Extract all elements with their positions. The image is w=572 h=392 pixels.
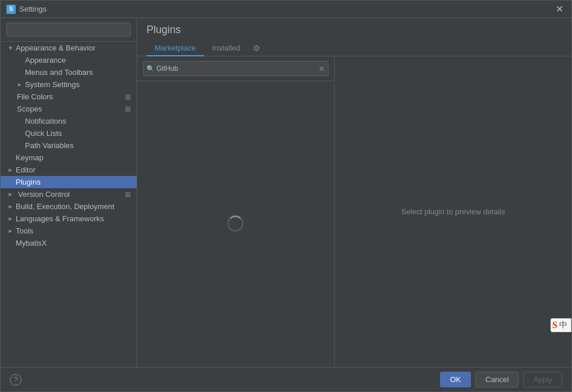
page-title: Plugins bbox=[146, 24, 562, 36]
sidebar-search-box: 🔍 bbox=[1, 18, 137, 42]
vc-icon: ⊞ bbox=[125, 190, 131, 199]
sidebar-item-plugins[interactable]: Plugins bbox=[1, 176, 137, 188]
split-panel: 🔍 ✕ Select plugin to preview details bbox=[137, 56, 571, 367]
close-button[interactable]: ✕ bbox=[553, 3, 566, 15]
plugin-search-wrapper: 🔍 ✕ bbox=[137, 56, 334, 81]
ok-button[interactable]: OK bbox=[440, 372, 471, 387]
content-area: Plugins Marketplace Installed ⚙ 🔍 bbox=[137, 18, 571, 367]
loading-area bbox=[137, 81, 334, 367]
sidebar-item-version-control[interactable]: ► Version Control ⊞ bbox=[1, 188, 137, 200]
sidebar-item-tools[interactable]: ► Tools bbox=[1, 225, 137, 237]
sidebar-item-build-execution[interactable]: ► Build, Execution, Deployment bbox=[1, 200, 137, 213]
bottom-right: OK Cancel Apply bbox=[440, 372, 562, 387]
sidebar-item-mybatisx[interactable]: MybatisX bbox=[1, 237, 137, 249]
sidebar-item-appearance-behavior[interactable]: ▼ Appearance & Behavior bbox=[1, 42, 137, 54]
scopes-icon: ⊞ bbox=[125, 105, 131, 113]
sidebar-item-notifications[interactable]: Notifications bbox=[1, 115, 137, 127]
bottom-left: ? bbox=[10, 374, 22, 386]
arrow-icon: ▼ bbox=[8, 45, 13, 51]
sidebar-item-quick-lists[interactable]: Quick Lists bbox=[1, 127, 137, 139]
sogou-s-icon: S bbox=[552, 320, 557, 330]
sidebar-item-editor[interactable]: ► Editor bbox=[1, 164, 137, 176]
gear-button[interactable]: ⚙ bbox=[248, 41, 265, 56]
sidebar: 🔍 ▼ Appearance & Behavior Appearance Men… bbox=[1, 18, 137, 367]
sidebar-search-wrapper: 🔍 bbox=[6, 23, 131, 37]
sogou-zh-icon: 中 bbox=[559, 320, 567, 330]
sidebar-item-menus-toolbars[interactable]: Menus and Toolbars bbox=[1, 66, 137, 78]
settings-window: S Settings ✕ 🔍 ▼ Appearance & Behavior A… bbox=[0, 0, 572, 392]
sidebar-item-file-colors[interactable]: File Colors ⊞ bbox=[1, 91, 137, 103]
tabs-bar: Marketplace Installed ⚙ bbox=[146, 41, 562, 56]
plugin-search-clear-icon[interactable]: ✕ bbox=[319, 64, 325, 73]
cancel-button[interactable]: Cancel bbox=[476, 372, 519, 387]
select-plugin-label: Select plugin to preview details bbox=[401, 207, 505, 216]
plugin-search-input[interactable] bbox=[143, 61, 328, 76]
sidebar-item-appearance[interactable]: Appearance bbox=[1, 54, 137, 66]
right-panel: Select plugin to preview details S 中 bbox=[335, 56, 571, 367]
left-panel: 🔍 ✕ bbox=[137, 56, 335, 367]
tab-marketplace[interactable]: Marketplace bbox=[146, 41, 204, 56]
main-content: 🔍 ▼ Appearance & Behavior Appearance Men… bbox=[1, 18, 571, 367]
sogou-badge: S 中 bbox=[550, 318, 571, 332]
file-colors-icon: ⊞ bbox=[125, 93, 131, 101]
sidebar-item-system-settings[interactable]: ► System Settings bbox=[1, 78, 137, 91]
title-bar: S Settings ✕ bbox=[1, 1, 571, 18]
bottom-bar: ? OK Cancel Apply bbox=[1, 367, 571, 391]
help-button[interactable]: ? bbox=[10, 374, 22, 386]
loading-spinner bbox=[227, 215, 245, 233]
sidebar-item-scopes[interactable]: Scopes ⊞ bbox=[1, 103, 137, 115]
tab-installed[interactable]: Installed bbox=[204, 41, 248, 56]
sidebar-search-input[interactable] bbox=[6, 23, 131, 37]
app-icon: S bbox=[6, 5, 16, 14]
plugin-search-icon: 🔍 bbox=[146, 65, 155, 73]
sidebar-item-path-variables[interactable]: Path Variables bbox=[1, 139, 137, 152]
sidebar-item-keymap[interactable]: Keymap bbox=[1, 152, 137, 164]
content-header: Plugins Marketplace Installed ⚙ bbox=[137, 18, 571, 56]
sidebar-item-languages-frameworks[interactable]: ► Languages & Frameworks bbox=[1, 213, 137, 225]
apply-button[interactable]: Apply bbox=[523, 372, 562, 387]
window-title: Settings bbox=[19, 5, 553, 13]
